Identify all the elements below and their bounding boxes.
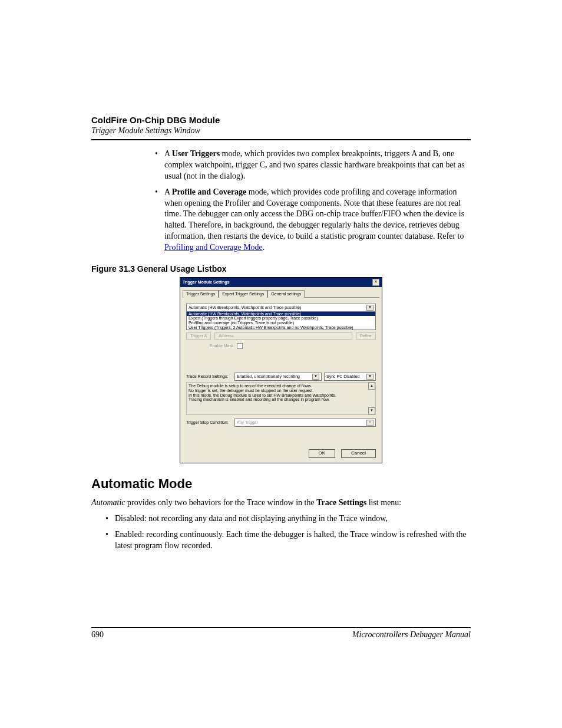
manual-title: Microcontrollers Debugger Manual (352, 630, 471, 640)
header-rule (91, 139, 471, 140)
enable-mask-label: Enable Mask: (210, 344, 234, 348)
trace-record-combobox[interactable]: Enabled, unconditionally recording ▼ (234, 373, 322, 381)
trace-record-row: Trace Record Settings: Enabled, uncondit… (186, 373, 376, 381)
text: . (263, 243, 265, 252)
footer-rule (91, 627, 471, 628)
body-text: A User Triggers mode, which provides two… (155, 149, 471, 253)
trigger-stop-value: Any Trigger (237, 420, 258, 425)
figure-screenshot: Trigger Module Settings × Trigger Settin… (91, 277, 471, 463)
dialog-button-row: OK Cancel (180, 444, 382, 463)
trace-record-value: Enabled, unconditionally recording (237, 374, 300, 379)
tab-trigger-settings[interactable]: Trigger Settings (183, 290, 219, 298)
trace-record-label: Trace Record Settings: (186, 374, 232, 379)
scroll-up-icon[interactable]: ▲ (368, 383, 375, 390)
section-subtitle: Trigger Module Settings Window (91, 126, 471, 136)
cancel-button[interactable]: Cancel (341, 449, 376, 458)
cross-reference-link[interactable]: Profiling and Coverage Mode (164, 243, 263, 252)
text: A (164, 149, 172, 158)
define-button: Define (356, 332, 376, 340)
text: Enabled: recording continuously. Each ti… (115, 530, 467, 550)
description-pane: The Debug module is setup to record the … (186, 382, 376, 415)
dialog-titlebar: Trigger Module Settings × (180, 278, 382, 287)
trigger-stop-label: Trigger Stop Condition: (186, 420, 232, 425)
page-header: ColdFire On-Chip DBG Module Trigger Modu… (91, 115, 471, 140)
list-item[interactable]: Profiling and coverage (no Triggers, Tra… (187, 321, 375, 325)
text: The Debug module is setup to record the … (189, 384, 373, 388)
list-item[interactable]: User Triggers (Triggers, 2 Automatic HW … (187, 325, 375, 330)
chevron-down-icon[interactable]: ▼ (312, 374, 319, 380)
scroll-down-icon[interactable]: ▼ (368, 407, 375, 414)
enable-mask-checkbox (237, 343, 243, 349)
figure-caption: Figure 31.3 General Usage Listbox (91, 264, 471, 274)
bullet-list-top: A User Triggers mode, which provides two… (155, 149, 471, 253)
text-bold: Trace Settings (316, 498, 366, 507)
tab-general-settings[interactable]: General settings (267, 290, 305, 298)
tab-expert-trigger-settings[interactable]: Expert Trigger Settings (219, 290, 267, 298)
chevron-down-icon[interactable]: ▼ (366, 374, 373, 380)
text: list menu: (366, 498, 401, 507)
chapter-title: ColdFire On-Chip DBG Module (91, 115, 471, 125)
trigger-module-settings-dialog: Trigger Module Settings × Trigger Settin… (180, 277, 382, 463)
dialog-body: Automatic (HW Breakpoints, Watchpoints a… (180, 298, 382, 444)
mode-listbox[interactable]: Automatic (HW Breakpoints, Watchpoints a… (186, 312, 376, 331)
list-item[interactable]: Automatic (HW Breakpoints, Watchpoints a… (187, 312, 375, 317)
text: provides only two behaviors for the Trac… (125, 498, 317, 507)
chevron-down-icon[interactable]: ▼ (366, 305, 373, 311)
text: No trigger is set, the debugger must be … (189, 388, 373, 393)
text: In this mode, the Debug module is used t… (189, 393, 373, 398)
list-item[interactable]: Expert (Triggers through Expert triggers… (187, 316, 375, 321)
trigger-a-button: Trigger A (186, 332, 211, 340)
dialog-tabstrip: Trigger Settings Expert Trigger Settings… (183, 289, 379, 297)
list-item: Enabled: recording continuously. Each ti… (105, 529, 471, 552)
trigger-stop-row: Trigger Stop Condition: Any Trigger ▼ (186, 419, 376, 427)
sync-pc-combobox[interactable]: Sync PC Disabled ▼ (324, 373, 376, 381)
section-body: Automatic Mode Automatic provides only t… (155, 476, 471, 552)
page-footer: 690 Microcontrollers Debugger Manual (91, 627, 471, 640)
sync-pc-value: Sync PC Disabled (326, 374, 359, 379)
mode-combobox-value: Automatic (HW Breakpoints, Watchpoints a… (189, 305, 301, 310)
trigger-stop-combobox: Any Trigger ▼ (234, 419, 376, 427)
bullet-list-bottom: Disabled: not recording any data and not… (105, 513, 471, 552)
dialog-title-text: Trigger Module Settings (183, 280, 230, 285)
disabled-trigger-row: Trigger A Address Define (186, 332, 376, 340)
list-item: Disabled: not recording any data and not… (105, 513, 471, 525)
text-italic: Automatic (91, 498, 125, 507)
list-item: A User Triggers mode, which provides two… (155, 149, 471, 182)
text-bold: Profile and Coverage (172, 187, 247, 196)
section-paragraph: Automatic provides only two behaviors fo… (91, 498, 471, 509)
text-bold: User Triggers (172, 149, 220, 158)
enable-mask-row: Enable Mask: (210, 343, 376, 349)
ok-button[interactable]: OK (309, 449, 336, 458)
section-heading: Automatic Mode (91, 476, 471, 492)
address-field: Address (214, 332, 352, 340)
text: Tracing mechanism is enabled and recordi… (189, 397, 373, 402)
list-item: A Profile and Coverage mode, which provi… (155, 187, 471, 253)
close-icon[interactable]: × (372, 279, 379, 286)
chevron-down-icon: ▼ (366, 420, 373, 426)
text: A (164, 187, 172, 196)
page-number: 690 (91, 630, 104, 640)
text: Disabled: not recording any data and not… (115, 514, 388, 523)
mode-combobox[interactable]: Automatic (HW Breakpoints, Watchpoints a… (186, 304, 376, 312)
